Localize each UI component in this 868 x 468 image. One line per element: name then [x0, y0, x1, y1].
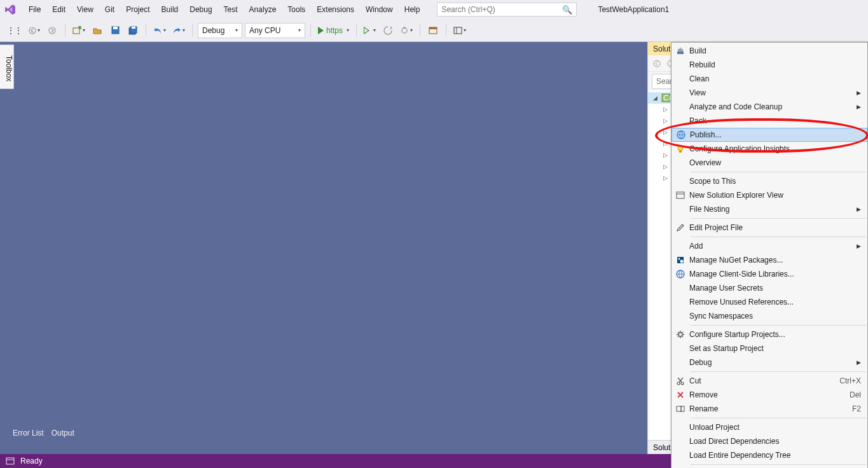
nav-back-button[interactable] [27, 23, 42, 38]
ctx-load-entire-dependency-tree[interactable]: Load Entire Dependency Tree [672, 448, 867, 462]
project-context-menu: BuildRebuildCleanView▶Analyze and Code C… [671, 42, 868, 468]
ctx-clean[interactable]: Clean [672, 72, 867, 86]
ctx-analyze-and-code-cleanup[interactable]: Analyze and Code Cleanup▶ [672, 100, 867, 114]
vs-logo-icon [4, 3, 17, 16]
ctx-label: Unload Project [689, 423, 861, 432]
menu-test[interactable]: Test [218, 0, 244, 19]
menu-file[interactable]: File [23, 0, 46, 19]
ctx-view[interactable]: View▶ [672, 86, 867, 100]
global-search-input[interactable] [441, 5, 562, 14]
menu-debug[interactable]: Debug [184, 0, 217, 19]
ctx-set-as-startup-project[interactable]: Set as Startup Project [672, 341, 867, 355]
ctx-pack[interactable]: Pack [672, 114, 867, 128]
open-button[interactable] [90, 23, 105, 38]
svg-rect-7 [132, 27, 135, 29]
ctx-debug[interactable]: Debug▶ [672, 355, 867, 369]
csproj-icon: C# [661, 93, 671, 103]
ctx-label: File Nesting [689, 205, 853, 214]
ctx-publish[interactable]: Publish... [672, 128, 867, 142]
ctx-new-solution-explorer-view[interactable]: New Solution Explorer View [672, 188, 867, 202]
ctx-manage-nuget-packages[interactable]: Manage NuGet Packages... [672, 253, 867, 267]
ctx-manage-client-side-libraries[interactable]: Manage Client-Side Libraries... [672, 267, 867, 281]
hot-reload-button[interactable] [380, 23, 396, 38]
svg-point-19 [678, 146, 683, 151]
nav-fwd-button[interactable] [45, 23, 60, 38]
globe-icon [672, 130, 690, 139]
ctx-label: Rebuild [689, 60, 861, 69]
ctx-label: Configure Startup Projects... [689, 330, 861, 339]
ctx-separator [691, 237, 866, 237]
chevron-right-icon: ▶ [857, 359, 861, 366]
ctx-separator [691, 325, 866, 326]
new-project-button[interactable] [71, 23, 87, 38]
browser-link-button[interactable] [425, 23, 441, 38]
ctx-overview[interactable]: Overview [672, 156, 867, 170]
start-debug-button[interactable]: https▾ [316, 23, 351, 38]
svg-rect-21 [677, 192, 684, 198]
menu-view[interactable]: View [71, 0, 99, 19]
menu-analyze[interactable]: Analyze [244, 0, 282, 19]
start-without-debug-button[interactable] [362, 23, 378, 38]
ctx-load-direct-dependencies[interactable]: Load Direct Dependencies [672, 434, 867, 448]
ctx-edit-project-file[interactable]: Edit Project File [672, 221, 867, 235]
error-list-tab[interactable]: Error List [13, 429, 44, 441]
save-all-button[interactable] [125, 23, 141, 38]
status-ready-label: Ready [20, 457, 43, 465]
menu-edit[interactable]: Edit [46, 0, 71, 19]
ctx-configure-startup-projects[interactable]: Configure Startup Projects... [672, 327, 867, 341]
redo-button[interactable] [170, 23, 187, 38]
toolbox-pane-tab[interactable]: Toolbox [0, 45, 14, 89]
gear-icon [672, 330, 689, 339]
menu-project[interactable]: Project [120, 0, 155, 19]
ctx-sync-namespaces[interactable]: Sync Namespaces [672, 309, 867, 323]
undo-button[interactable] [151, 23, 168, 38]
svg-rect-20 [679, 151, 682, 153]
output-pane-icon[interactable] [5, 456, 15, 466]
layout-button[interactable] [451, 23, 468, 38]
config-value: Debug [202, 26, 224, 35]
ctx-manage-user-secrets[interactable]: Manage User Secrets [672, 281, 867, 295]
rename-icon [672, 405, 689, 413]
ctx-file-nesting[interactable]: File Nesting▶ [672, 202, 867, 216]
output-tab[interactable]: Output [52, 429, 74, 441]
build-icon [672, 46, 689, 55]
platform-value: Any CPU [249, 26, 280, 35]
svg-rect-35 [6, 458, 14, 464]
ctx-remove[interactable]: RemoveDel [672, 388, 867, 402]
globe-icon [672, 270, 689, 279]
workspace: Toolbox Error List Output Solution Explo… [0, 42, 868, 454]
menu-help[interactable]: Help [399, 0, 426, 19]
svg-point-27 [679, 333, 682, 336]
ctx-scope-to-this[interactable]: Scope to This [672, 174, 867, 188]
ctx-cut[interactable]: CutCtrl+X [672, 374, 867, 388]
solution-config-combo[interactable]: Debug [198, 23, 242, 38]
solution-platform-combo[interactable]: Any CPU [245, 23, 305, 38]
global-search[interactable]: 🔍 [437, 3, 577, 17]
menu-build[interactable]: Build [156, 0, 184, 19]
save-button[interactable] [107, 23, 123, 38]
ctx-remove-unused-references[interactable]: Remove Unused References... [672, 295, 867, 309]
menu-tools[interactable]: Tools [282, 0, 311, 19]
menu-extensions[interactable]: Extensions [311, 0, 360, 19]
ctx-separator [691, 464, 866, 465]
toolbar-separator [65, 24, 65, 37]
solution-title-segment[interactable]: TestWebApplication1 [593, 3, 674, 17]
bulb-icon [672, 144, 689, 153]
ctx-rename[interactable]: RenameF2 [672, 402, 867, 416]
ctx-label: Configure Application Insights [689, 144, 861, 153]
ctx-unload-project[interactable]: Unload Project [672, 420, 867, 434]
nav-back-icon[interactable] [652, 59, 662, 69]
ctx-label: Overview [689, 158, 861, 167]
menu-git[interactable]: Git [99, 0, 120, 19]
ctx-configure-application-insights[interactable]: Configure Application Insights [672, 142, 867, 156]
cut-icon [672, 376, 689, 385]
ctx-shortcut: Ctrl+X [839, 376, 861, 385]
ctx-label: Manage NuGet Packages... [689, 256, 861, 265]
ctx-build[interactable]: Build [672, 44, 867, 58]
ctx-add[interactable]: Add▶ [672, 239, 867, 253]
svg-rect-9 [429, 27, 437, 29]
restart-button[interactable] [398, 23, 415, 38]
run-profile-label: https [326, 26, 343, 35]
ctx-rebuild[interactable]: Rebuild [672, 58, 867, 72]
menu-window[interactable]: Window [360, 0, 399, 19]
